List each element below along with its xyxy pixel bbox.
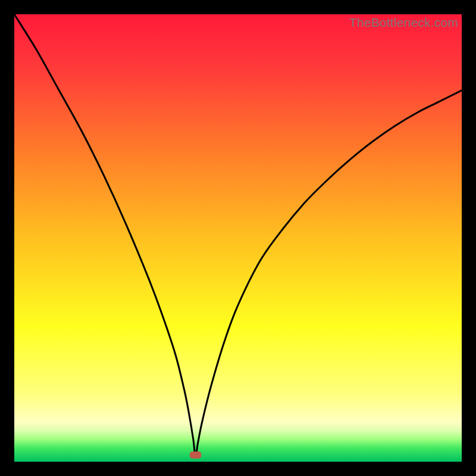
frame-border-right <box>462 0 476 476</box>
bottleneck-curve <box>14 14 462 458</box>
frame-border-left <box>0 0 14 476</box>
chart-frame: TheBottleneck.com <box>14 14 462 462</box>
chart-plot <box>14 14 462 462</box>
watermark-text: TheBottleneck.com <box>349 15 458 30</box>
optimal-point-marker <box>190 452 202 459</box>
frame-border-bottom <box>0 462 476 476</box>
frame-border-top <box>0 0 476 14</box>
